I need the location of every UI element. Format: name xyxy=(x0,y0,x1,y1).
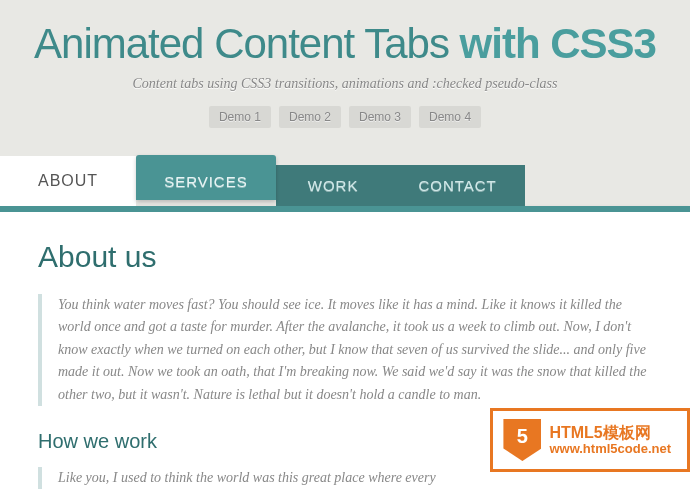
title-part-b: with CSS3 xyxy=(460,20,656,67)
demo-3-button[interactable]: Demo 3 xyxy=(349,106,411,128)
title-part-a: Animated Content Tabs xyxy=(34,20,460,67)
demo-2-button[interactable]: Demo 2 xyxy=(279,106,341,128)
demo-4-button[interactable]: Demo 4 xyxy=(419,106,481,128)
html5-five: 5 xyxy=(503,425,541,448)
demo-buttons: Demo 1 Demo 2 Demo 3 Demo 4 xyxy=(0,106,690,128)
content-quote-1: You think water moves fast? You should s… xyxy=(38,294,652,406)
badge-line-1: HTML5模板网 xyxy=(549,424,671,442)
tab-work[interactable]: WORK xyxy=(276,165,391,206)
badge-line-2: www.html5code.net xyxy=(549,442,671,456)
tab-contact[interactable]: CONTACT xyxy=(390,165,524,206)
tab-about[interactable]: ABOUT xyxy=(0,156,136,206)
page-subtitle: Content tabs using CSS3 transitions, ani… xyxy=(0,76,690,92)
content-heading: About us xyxy=(38,240,652,274)
tab-services[interactable]: SERVICES xyxy=(136,155,276,200)
html5-shield-icon: 5 xyxy=(503,419,541,461)
site-badge[interactable]: 5 HTML5模板网 www.html5code.net xyxy=(490,408,690,472)
tab-list: ABOUT SERVICES WORK CONTACT xyxy=(0,156,690,206)
page-title: Animated Content Tabs with CSS3 xyxy=(0,20,690,68)
demo-1-button[interactable]: Demo 1 xyxy=(209,106,271,128)
badge-text: HTML5模板网 www.html5code.net xyxy=(549,424,671,456)
